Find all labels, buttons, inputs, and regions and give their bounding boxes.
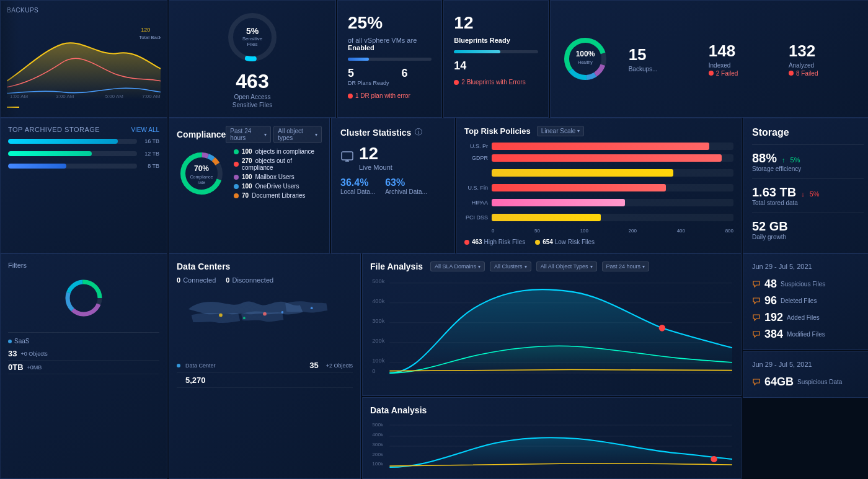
risk-bar-red-1 [492,143,709,150]
live-mount-metric: 12 Live Mount [340,144,446,171]
storage-bar-val-3: 8 TB [142,163,159,169]
stored-metric: 1.63 TB ↓ 5% [752,185,864,200]
vsphere-desc: of all vSphere VMs are Enabled [348,37,432,51]
saas-row-2: 0TB +0MB [8,361,159,374]
failed-dot-1 [709,71,714,76]
efficiency-lbl: Storage efficiency [752,165,864,172]
svg-text:100%: 100% [575,50,595,58]
stat-mailbox: 100 Mailbox Users [234,174,322,180]
scale-dropdown[interactable]: Linear Scale ▾ [537,126,585,136]
info-icon[interactable]: ⓘ [415,127,422,138]
dc-status: 0 Connected 0 Disconnected [177,276,353,284]
dashboard: Backups [0,0,868,479]
blue-dot [234,184,239,189]
risk-axis: 0 50 100 200 400 800 [464,228,733,234]
risk-legend: 463 High Risk Files 654 Low Risk Files [464,239,733,245]
svg-text:400k: 400k [372,297,385,304]
compliance-filter-1[interactable]: Past 24 hours ▾ [226,126,271,143]
filters-donut-wrap [8,276,159,320]
fa-filter-4[interactable]: Past 24 hours ▾ [602,261,650,271]
stored-delta: 5% [810,190,820,198]
svg-text:300k: 300k [372,442,384,447]
blueprints-lbl: Blueprints Ready [454,37,538,44]
compliance-body: 70% Compliance rate 100 objects in compl… [177,148,322,199]
sensitive-pct: 5% [239,26,267,36]
blueprints-num: 12 [454,13,538,33]
legend-item-1 [7,107,21,108]
storage-right-card: Storage 88% ↑ 5% Storage efficiency 1.63… [743,118,868,253]
cluster-stats-card: Cluster Statistics ⓘ 12 Live Mount [331,118,455,253]
fa-filter-2[interactable]: All Clusters ▾ [490,261,531,271]
sensitive-donut: 5% Sensitive Files [224,9,280,65]
suspicious-data: 64GB Suspicious Data [752,376,864,389]
storage-divider-1 [752,144,864,145]
scale-chevron: ▾ [577,128,580,134]
chevron-icon-1: ▾ [264,132,267,138]
svg-point-33 [243,317,246,319]
vsphere-pct: 25% [348,13,432,33]
risk-label-hipaa: HIPAA [464,200,488,206]
dr-number2: 6 [402,67,408,86]
added-icon [752,314,761,322]
open-access-count: 463 [232,70,272,93]
svg-text:100k: 100k [372,357,385,364]
blueprints-sub-num: 14 [454,59,466,73]
fa-filter-3[interactable]: All All Object Types ▾ [536,261,597,271]
svg-text:0: 0 [372,367,375,374]
compliance-donut: 70% Compliance rate [177,149,226,198]
risk-bars-container: GDPR U.S. Fin [464,154,733,226]
vsphere-progress-fill [348,58,369,61]
compliance-filter-2[interactable]: All object types ▾ [273,126,322,143]
compliance-card: Compliance Past 24 hours ▾ All object ty… [169,118,330,253]
suspicious-num: 48 [764,278,777,291]
svg-point-48 [659,325,665,332]
error-dot-1 [348,94,353,99]
compliance-header: Compliance Past 24 hours ▾ All object ty… [177,126,322,143]
suspicious-data-lbl: Suspicious Data [797,379,842,385]
fa-header: File Analysis All SLA Domains ▾ All Clus… [370,261,733,271]
suspicious-files: 48 Suspicious Files [752,278,864,291]
stats-right-column: Jun 29 - Jul 5, 2021 48 Suspicious Files… [743,253,868,479]
saas-section: SaaS 33 +0 Objects 0TB +0MB [8,332,159,374]
risk-label-1: U.S. Pr [464,143,488,149]
svg-point-64 [711,456,717,462]
data-date-range: Jun 29 - Jul 5, 2021 [752,361,864,368]
chart-legend [7,107,161,108]
svg-text:200k: 200k [372,337,385,344]
filters-saas-card: Filters SaaS [0,253,167,479]
backup-num-2: 148 Indexed 2 Failed [709,42,782,77]
storage-divider-3 [752,213,864,213]
fa-filter-1[interactable]: All SLA Domains ▾ [430,261,485,271]
local-data: 36.4% Local Data... [340,177,375,195]
stat-doc-libs: 70 Document Libraries [234,192,322,199]
blueprints-card: 12 Blueprints Ready 14 2 Blueprints with… [443,0,548,118]
svg-text:rate: rate [198,180,205,185]
svg-text:200k: 200k [372,452,384,457]
live-mount-num: 12 [359,144,392,164]
risk-label-gdpr: GDPR [464,155,488,161]
svg-rect-23 [342,152,353,160]
fa-chevron-4: ▾ [642,264,645,270]
fa-chevron-3: ▾ [590,264,593,270]
view-all-btn[interactable]: VIEW ALL [131,126,159,133]
stored-tb: 1.63 TB [752,185,796,200]
open-access-label: Open Access Sensitive Files [232,93,272,109]
backup-summary-card: 100% Healthy 15 Backups... 148 Indexed 2… [550,0,868,118]
analysis-column: File Analysis All SLA Domains ▾ All Clus… [362,253,742,479]
risk-pink-hipaa [492,199,625,206]
storage-sidebar-title: Top Archived Storage [8,126,100,133]
sidebar-storage-card: Top Archived Storage VIEW ALL 16 TB 12 T… [0,118,167,253]
efficiency-delta: 5% [790,156,800,164]
storage-title: Storage [752,127,864,138]
svg-text:300k: 300k [372,317,385,324]
risk-bars: U.S. Pr GDPR [464,143,733,226]
risk-track-usfin [492,184,733,191]
compliance-stats: 100 objects in compliance 270 objects ou… [234,148,322,199]
storage-bar-fill-1 [8,139,118,144]
data-centers-card: Data Centers 0 Connected 0 Disconnected [169,253,361,479]
health-donut: 100% Healthy [560,34,610,84]
archival-data: 63% Archival Data... [385,177,427,195]
risk-track-pcidss [492,214,733,221]
sensitive-info: 463 Open Access Sensitive Files [232,70,272,109]
file-stats-card: Jun 29 - Jul 5, 2021 48 Suspicious Files… [743,253,868,350]
